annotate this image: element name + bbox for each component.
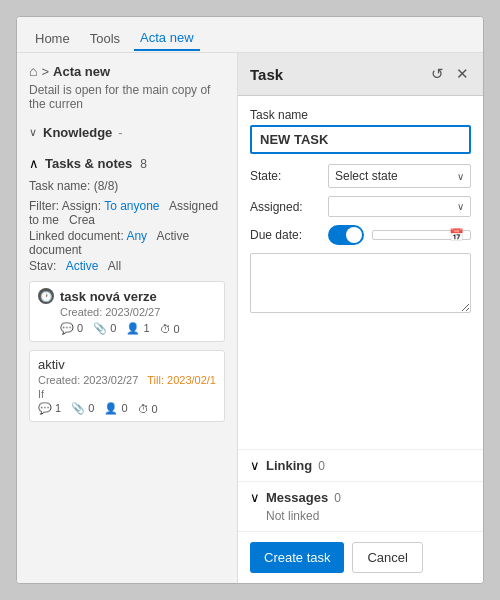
linking-title: Linking <box>266 458 312 473</box>
nav-tools[interactable]: Tools <box>84 27 126 50</box>
task-1-meta: Created: 2023/02/27 <box>60 306 216 318</box>
home-icon: ⌂ <box>29 63 37 79</box>
tasks-title: Tasks & notes <box>45 156 132 171</box>
messages-chevron-icon: ∨ <box>250 490 260 505</box>
task-1-title: task nová verze <box>60 289 157 304</box>
linking-header[interactable]: ∨ Linking 0 <box>250 458 471 473</box>
due-date-row: Due date: 📅 <box>250 225 471 245</box>
due-date-toggle[interactable] <box>328 225 364 245</box>
messages-section: ∨ Messages 0 Not linked <box>238 481 483 531</box>
task-1-stats: 💬 0 📎 0 👤 1 ⏱ 0 <box>60 322 216 335</box>
messages-header[interactable]: ∨ Messages 0 <box>250 490 471 505</box>
left-panel: ⌂ > Acta new Detail is open for the main… <box>17 53 237 583</box>
task-name-label: Task name: (8/8) <box>29 179 225 193</box>
tasks-chevron: ∧ <box>29 156 39 171</box>
due-date-input[interactable]: 📅 <box>372 230 471 240</box>
history-button[interactable]: ↺ <box>429 63 446 85</box>
task-2-title: aktiv <box>38 357 216 372</box>
calendar-icon: 📅 <box>449 228 464 242</box>
linked-label: Linked document: <box>29 229 124 243</box>
state-chevron-icon: ∨ <box>457 171 464 182</box>
task-card-2: aktiv Created: 2023/02/27 Till: 2023/02/… <box>29 350 225 422</box>
notes-group <box>250 253 471 316</box>
breadcrumb: ⌂ > Acta new <box>29 63 225 79</box>
assigned-row: Assigned: ∨ <box>250 196 471 217</box>
dialog-body: Task name State: Select state ∨ Assigned… <box>238 96 483 449</box>
knowledge-dash: - <box>118 125 122 140</box>
knowledge-title: Knowledge <box>43 125 112 140</box>
tasks-section: ∧ Tasks & notes 8 Task name: (8/8) Filte… <box>29 152 225 422</box>
assign-anyone-link[interactable]: To anyone <box>104 199 159 213</box>
due-date-label: Due date: <box>250 228 320 242</box>
task-card-1: 🕐 task nová verze Created: 2023/02/27 💬 … <box>29 281 225 342</box>
task-name-group: Task name <box>250 108 471 154</box>
task-2-attachments: 📎 0 <box>71 402 94 415</box>
linking-chevron-icon: ∨ <box>250 458 260 473</box>
main-content: ⌂ > Acta new Detail is open for the main… <box>17 53 483 583</box>
page-subtitle: Detail is open for the main copy of the … <box>29 83 225 111</box>
nav-acta-new[interactable]: Acta new <box>134 26 199 51</box>
knowledge-section-header[interactable]: ∨ Knowledge - <box>29 121 225 144</box>
tasks-section-header[interactable]: ∧ Tasks & notes 8 <box>29 152 225 175</box>
task-name-input[interactable] <box>250 125 471 154</box>
messages-count: 0 <box>334 491 341 505</box>
task-2-time: ⏱ 0 <box>138 402 158 415</box>
nav-bar: Home Tools Acta new <box>17 17 483 53</box>
not-linked-text: Not linked <box>250 509 471 523</box>
linked-any-link[interactable]: Any <box>126 229 147 243</box>
task-2-meta: Created: 2023/02/27 Till: 2023/02/1 <box>38 374 216 386</box>
linking-section: ∨ Linking 0 <box>238 449 483 481</box>
dialog-title: Task <box>250 66 283 83</box>
task-1-time: ⏱ 0 <box>160 322 180 335</box>
task-2-users: 👤 0 <box>104 402 127 415</box>
assigned-select[interactable]: ∨ <box>328 196 471 217</box>
state-placeholder: Select state <box>335 169 457 183</box>
knowledge-chevron: ∨ <box>29 126 37 139</box>
task-2-till: Till: 2023/02/1 <box>147 374 216 386</box>
task-2-stats: 💬 1 📎 0 👤 0 ⏱ 0 <box>38 402 216 415</box>
cancel-button[interactable]: Cancel <box>352 542 422 573</box>
state-label: State: <box>250 169 320 183</box>
task-card-1-header: 🕐 task nová verze <box>38 288 216 304</box>
dialog-header-icons: ↺ ✕ <box>429 63 471 85</box>
tasks-count: 8 <box>140 157 147 171</box>
create-task-button[interactable]: Create task <box>250 542 344 573</box>
nav-home[interactable]: Home <box>29 27 76 50</box>
stav-all-label: All <box>108 259 121 273</box>
assigned-chevron-icon: ∨ <box>457 201 464 212</box>
breadcrumb-separator: > <box>41 64 49 79</box>
task-1-attachments: 📎 0 <box>93 322 116 335</box>
state-select[interactable]: Select state ∨ <box>328 164 471 188</box>
messages-title: Messages <box>266 490 328 505</box>
assign-label: Assign: <box>62 199 101 213</box>
linking-count: 0 <box>318 459 325 473</box>
close-button[interactable]: ✕ <box>454 63 471 85</box>
task-1-icon: 🕐 <box>38 288 54 304</box>
filter-row-linked: Linked document: Any Active document <box>29 229 225 257</box>
assigned-label: Assigned: <box>250 200 320 214</box>
task-2-comments: 💬 1 <box>38 402 61 415</box>
filter-label: Filter: <box>29 199 59 213</box>
filter-row-assign: Filter: Assign: To anyone Assigned to me… <box>29 199 225 227</box>
stav-row: Stav: Active All <box>29 259 225 273</box>
dialog-footer: Create task Cancel <box>238 531 483 583</box>
app-window: Home Tools Acta new ⌂ > Acta new Detail … <box>16 16 484 584</box>
task-2-if: If <box>38 388 216 400</box>
stav-label: Stav: <box>29 259 56 273</box>
state-row: State: Select state ∨ <box>250 164 471 188</box>
dialog-header: Task ↺ ✕ <box>238 53 483 96</box>
task-name-field-label: Task name <box>250 108 471 122</box>
create-label: Crea <box>69 213 95 227</box>
task-1-comments: 💬 0 <box>60 322 83 335</box>
task-2-created: Created: 2023/02/27 <box>38 374 138 386</box>
notes-textarea[interactable] <box>250 253 471 313</box>
stav-active-link[interactable]: Active <box>66 259 99 273</box>
task-dialog: Task ↺ ✕ Task name State: Select state <box>237 53 483 583</box>
breadcrumb-current: Acta new <box>53 64 110 79</box>
task-1-users: 👤 1 <box>126 322 149 335</box>
